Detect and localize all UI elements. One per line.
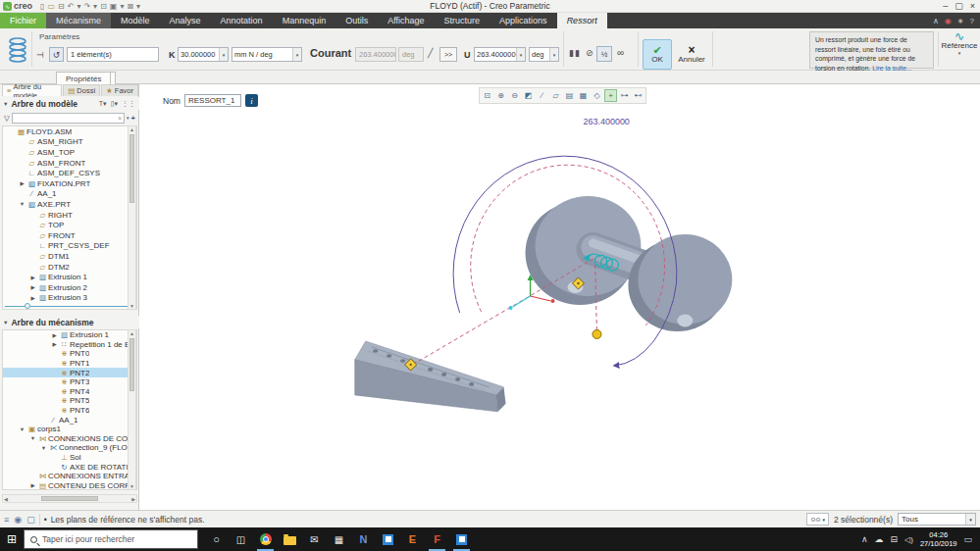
tether-icon[interactable]: ⊣ <box>36 50 44 60</box>
tree-item[interactable]: ▶ ▥ Extrusion 1 <box>3 272 136 282</box>
spring-name-input[interactable]: RESSORT_1 <box>184 94 241 107</box>
browser-icon[interactable]: ◉ <box>14 515 22 525</box>
expander-arrow[interactable]: ▶ <box>28 284 37 290</box>
windows-icon[interactable]: ▣ <box>110 2 118 11</box>
slope-icon[interactable]: ╱ <box>428 48 433 58</box>
dimension-label[interactable]: 263.400000 <box>583 117 629 126</box>
tree-item[interactable]: ∟ ASM_DEF_CSYS <box>3 168 136 178</box>
navtab-favoris[interactable]: ★Favor <box>101 84 138 96</box>
tree-item[interactable]: ∟ PRT_CSYS_DEF <box>3 241 136 252</box>
tree-item[interactable]: ▦ FLOYD.ASM <box>3 126 136 137</box>
pause-icon[interactable]: ▮▮ <box>569 48 581 58</box>
orientation-icon[interactable]: ⊷ <box>632 89 645 102</box>
expander-arrow[interactable]: ▼ <box>39 445 48 451</box>
navtab-dossier[interactable]: ▤Dossi <box>63 84 100 96</box>
add-filter-icon[interactable]: + <box>131 114 135 123</box>
tree-item[interactable]: ▶ ▥ Extrusion 2 <box>3 282 136 293</box>
tree-item[interactable]: ▼ ⋉ Connection_9 (FLOYD) <box>3 443 136 453</box>
expander-arrow[interactable]: ▶ <box>28 295 37 301</box>
clear-icon[interactable]: × <box>118 115 122 122</box>
tab-analyse[interactable]: Analyse <box>160 13 211 28</box>
insertion-locator[interactable] <box>3 303 136 309</box>
chrome-icon[interactable] <box>253 527 278 551</box>
taskbar-search[interactable]: Taper ici pour rechercher <box>24 529 198 549</box>
cancel-button[interactable]: × Annuler <box>675 39 708 70</box>
options-icon[interactable]: ∗ <box>957 17 964 25</box>
tree-item[interactable]: ▶ ▤ CONTENU DES CORPS <box>3 481 136 491</box>
zoom-in-icon[interactable]: ⊕ <box>494 89 507 102</box>
tree-item[interactable]: ↻ AXE DE ROTATION <box>3 462 136 472</box>
minimize-button[interactable]: – <box>943 1 948 11</box>
tree-item[interactable]: ⋇ PNT0 <box>3 349 136 359</box>
redo-caret-icon[interactable]: ▾ <box>93 2 97 11</box>
annotation-display-icon[interactable]: ◇ <box>591 89 603 102</box>
tree-columns-icon[interactable]: ▯▾ <box>111 100 118 108</box>
tree-item[interactable]: ▼ ▣ corps1 <box>3 425 136 434</box>
tree-item[interactable]: ▼ ▧ AXE.PRT <box>3 199 136 210</box>
regenerate-icon[interactable]: ⊡ <box>100 2 107 11</box>
tab-structure[interactable]: Structure <box>435 13 490 28</box>
tray-chevron-icon[interactable]: ∧ <box>861 534 868 544</box>
info-button[interactable]: i <box>245 94 258 107</box>
new-icon[interactable]: ▯ <box>40 2 44 11</box>
find-button[interactable]: ⊙⊙▾ <box>806 513 829 526</box>
right-disc[interactable] <box>628 234 732 331</box>
customize-caret-icon[interactable]: ▾ <box>136 2 140 11</box>
tab-modele[interactable]: Modèle <box>111 13 160 28</box>
tree-item[interactable]: ▶ ▥ Extrusion 1 <box>3 330 136 340</box>
u-value-combo[interactable]: 263.400000▾ <box>474 47 526 62</box>
undo-caret-icon[interactable]: ▾ <box>77 2 80 11</box>
k-value-combo[interactable]: 30.000000▾ <box>178 47 229 62</box>
tab-ressort[interactable]: Ressort <box>557 13 607 28</box>
presence-icon[interactable]: ◉ <box>945 17 952 25</box>
chevron-down-icon[interactable]: ▼ <box>3 101 8 107</box>
reverse-direction-toggle[interactable]: ↺ <box>49 47 64 62</box>
volume-icon[interactable]: ◁) <box>904 535 913 544</box>
filter-funnel-icon[interactable]: ▽ <box>4 114 10 123</box>
subtab-proprietes[interactable]: Propriétés <box>56 72 111 84</box>
zoom-out-icon[interactable]: ⊖ <box>508 89 521 102</box>
tab-applications[interactable]: Applications <box>490 13 557 28</box>
display-style-icon[interactable]: ∕ <box>536 89 548 102</box>
tab-outils[interactable]: Outils <box>335 13 378 28</box>
navigator-toggle-icon[interactable]: ≡ <box>4 515 9 525</box>
tree-item[interactable]: ∕ AA_1 <box>3 415 136 425</box>
arc-endpoint-marker[interactable] <box>593 329 601 338</box>
expander-arrow[interactable]: ▼ <box>18 426 26 432</box>
view-manager-icon[interactable]: ▦ <box>577 89 590 102</box>
tree-item[interactable]: ▼ ⋈ CONNEXIONS DE CORPS <box>3 434 136 444</box>
mail-icon[interactable]: ✉ <box>302 527 327 551</box>
explorer-icon[interactable] <box>278 527 302 551</box>
tab-mecanisme[interactable]: Mécanisme <box>46 13 111 28</box>
start-button[interactable]: ⊞ <box>0 527 24 551</box>
tree-item[interactable]: ▱ ASM_TOP <box>3 147 136 158</box>
tree-item[interactable]: ▱ ASM_FRONT <box>3 158 136 169</box>
tree-item[interactable]: ▶ ▥ Extrusion 3 <box>3 293 136 304</box>
tab-affichage[interactable]: Affichage <box>378 13 434 28</box>
model-tree-toggle-icon[interactable]: ⊶ <box>618 89 631 102</box>
model-tree-scrollbar[interactable]: ▲▼ <box>128 125 136 310</box>
tree-item[interactable]: ▶ ∷ Repetition 1 de Ext <box>3 340 136 350</box>
expander-arrow[interactable]: ▶ <box>50 332 59 338</box>
photos-app-icon[interactable] <box>376 527 400 551</box>
fixation-block[interactable] <box>355 341 506 412</box>
save-icon[interactable]: ⊟ <box>58 2 65 11</box>
expand-button[interactable]: >> <box>439 47 457 62</box>
e-app-icon[interactable]: E <box>400 527 425 551</box>
close-window-icon[interactable]: ⊠ <box>127 2 133 11</box>
notes-app-icon[interactable]: N <box>351 527 376 551</box>
tree-item[interactable]: ▱ TOP <box>3 220 136 230</box>
chevron-down-icon[interactable]: ▾ <box>127 115 129 121</box>
help-icon[interactable]: ? <box>970 17 974 25</box>
windows-caret-icon[interactable]: ▾ <box>120 2 124 11</box>
references-collector[interactable]: 1 élément(s) <box>67 47 159 62</box>
plane-display-icon[interactable]: ▱ <box>549 89 562 102</box>
restore-button[interactable]: ▢ <box>954 1 963 11</box>
feedback-toggle[interactable]: ½ <box>596 46 612 62</box>
hide-panel-icon[interactable]: ▢ <box>26 515 35 525</box>
redo-icon[interactable]: ↷ <box>83 2 90 11</box>
expander-arrow[interactable]: ▼ <box>18 201 26 207</box>
selection-filter-combo[interactable]: Tous▾ <box>898 513 976 526</box>
repaint-icon[interactable]: ◩ <box>522 89 535 102</box>
saved-orientations-icon[interactable]: ▤ <box>563 89 576 102</box>
